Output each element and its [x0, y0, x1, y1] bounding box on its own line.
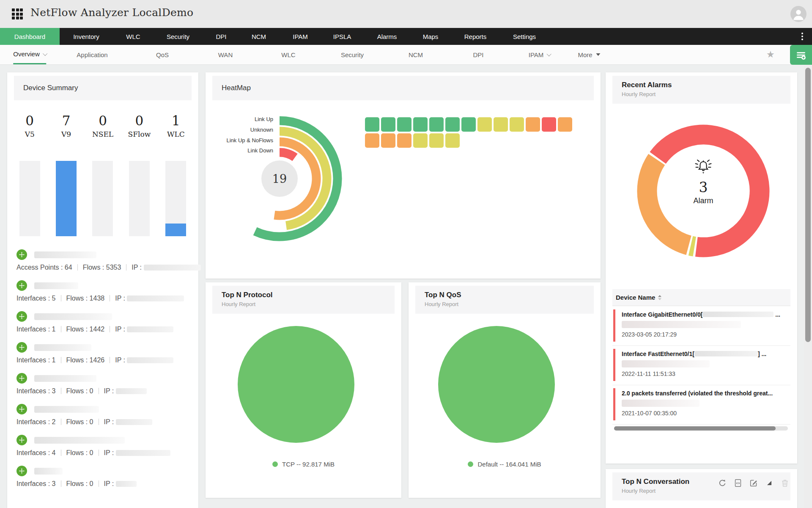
page-scrollbar-thumb[interactable] [805, 68, 811, 342]
nav-tab-security[interactable]: Security [162, 28, 194, 45]
redacted-line [622, 321, 741, 328]
app-launcher-grid-icon[interactable] [12, 8, 23, 19]
alarm-message: 2.0 packets transferred (violated the th… [622, 390, 790, 397]
device-name-sort-header[interactable]: Device Name [612, 289, 790, 306]
nav-tab-dashboard[interactable]: Dashboard [0, 28, 60, 45]
heatmap-cell[interactable] [397, 133, 411, 148]
subnav-item-more[interactable]: More [578, 45, 600, 64]
alarm-row[interactable]: Interface FastEthernet0/1[] ...2022-11-1… [612, 346, 790, 385]
export-icon[interactable] [733, 478, 743, 488]
device-meta: Interfaces : 1Flows : 1442IP : [16, 326, 173, 333]
move-handle-icon[interactable] [16, 373, 27, 384]
user-avatar[interactable] [790, 6, 807, 22]
heatmap-cell[interactable] [413, 117, 428, 132]
heatmap-cell[interactable] [429, 117, 444, 132]
nav-tab-settings[interactable]: Settings [509, 28, 540, 45]
heatmap-cell[interactable] [445, 133, 460, 148]
stat-value: 1 [158, 113, 194, 128]
alarm-timestamp: 2022-11-11 11:51:33 [622, 370, 675, 377]
alarm-row[interactable]: 2.0 packets transferred (violated the th… [612, 385, 790, 425]
device-name-redacted [34, 406, 99, 413]
flow-count: Flows : 1426 [66, 356, 105, 364]
subnav-item-ncm[interactable]: NCM [409, 45, 423, 64]
subnav-item-wan[interactable]: WAN [218, 45, 233, 64]
subnav-item-wlc[interactable]: WLC [281, 45, 295, 64]
heatmap-cell[interactable] [365, 133, 379, 148]
move-handle-icon[interactable] [16, 249, 27, 260]
main-nav: DashboardInventoryWLCSecurityDPINCMIPAMI… [0, 28, 812, 45]
page-scrollbar[interactable] [804, 65, 812, 508]
stat-bar-sflow [129, 161, 150, 236]
subnav-label: More [578, 51, 592, 58]
ip-label: IP : [132, 264, 142, 271]
scrollbar-thumb[interactable] [614, 426, 776, 431]
device-meta: Access Points : 64Flows : 5353IP : [16, 264, 201, 271]
heatmap-cell[interactable] [365, 117, 379, 132]
heatmap-cell[interactable] [542, 117, 556, 132]
nav-tab-ipam[interactable]: IPAM [288, 28, 312, 45]
nav-tab-inventory[interactable]: Inventory [69, 28, 104, 45]
nav-tab-alarms[interactable]: Alarms [373, 28, 401, 45]
device-meta: Interfaces : 1Flows : 1426IP : [16, 356, 173, 364]
delete-icon[interactable] [780, 478, 790, 488]
heatmap-cell[interactable] [397, 117, 411, 132]
heatmap-cell[interactable] [413, 133, 428, 148]
heatmap-cell[interactable] [558, 117, 572, 132]
contrast-icon[interactable] [765, 478, 774, 488]
move-handle-icon[interactable] [16, 466, 27, 476]
interface-count: Interfaces : 4 [16, 449, 56, 456]
alarm-count-label: Alarm [669, 196, 737, 205]
heatmap-cell[interactable] [381, 133, 395, 148]
redacted-line [622, 360, 710, 367]
subnav-item-qos[interactable]: QoS [156, 45, 169, 64]
subnav-item-ipam[interactable]: IPAM [529, 45, 550, 64]
heatmap-cell[interactable] [510, 117, 524, 132]
move-handle-icon[interactable] [16, 404, 27, 414]
device-count-sflow: 0SFlow [121, 113, 157, 146]
nav-tab-wlc[interactable]: WLC [122, 28, 144, 45]
flow-count: Flows : 0 [66, 387, 93, 395]
move-handle-icon[interactable] [16, 280, 27, 291]
heatmap-cell[interactable] [494, 117, 508, 132]
nav-tab-reports[interactable]: Reports [460, 28, 491, 45]
heatmap-cell[interactable] [477, 117, 492, 132]
heatmap-cell[interactable] [461, 117, 476, 132]
alarms-horizontal-scrollbar[interactable] [614, 426, 788, 431]
ip-redacted [144, 265, 201, 271]
ip-label: IP : [104, 418, 114, 425]
edit-icon[interactable] [749, 478, 758, 488]
nav-tab-dpi[interactable]: DPI [211, 28, 230, 45]
nav-tab-maps[interactable]: Maps [419, 28, 443, 45]
stat-bar-v9 [56, 161, 77, 236]
redacted-text [702, 312, 774, 317]
subnav-item-application[interactable]: Application [77, 45, 107, 64]
favorite-star-icon[interactable]: ★ [766, 49, 775, 60]
heatmap-cell[interactable] [429, 133, 444, 148]
heatmap-cell[interactable] [445, 117, 460, 132]
move-handle-icon[interactable] [16, 435, 27, 445]
move-handle-icon[interactable] [16, 311, 27, 322]
move-handle-icon[interactable] [16, 342, 27, 353]
heatmap-cell[interactable] [381, 117, 395, 132]
heatmap-cell[interactable] [526, 117, 540, 132]
sort-icon [658, 295, 662, 301]
subnav-item-overview[interactable]: Overview [13, 45, 46, 64]
device-name-redacted [34, 344, 91, 351]
topbar: NetFlow Analyzer LocalDemo ⚙ [0, 0, 812, 28]
subnav-label: IPAM [529, 51, 544, 58]
alarm-row[interactable]: Interface GigabitEthernet0/0[ ...2023-03… [612, 306, 790, 346]
stat-bar-v5 [19, 161, 40, 236]
subnav-item-security[interactable]: Security [341, 45, 364, 64]
subnav-label: WLC [281, 51, 295, 58]
panel-title: Top N Protocol [222, 291, 395, 299]
refresh-icon[interactable] [718, 478, 727, 488]
add-dashboard-button[interactable] [790, 45, 812, 65]
nav-tab-ncm[interactable]: NCM [247, 28, 270, 45]
top-n-qos-header: Top N QoS Hourly Report [415, 286, 594, 314]
subnav-item-dpi[interactable]: DPI [473, 45, 483, 64]
nav-kebab-menu-icon[interactable] [798, 31, 806, 41]
top-n-protocol-panel: Top N Protocol Hourly Report TCP -- 92.8… [206, 282, 401, 498]
stat-label: SFlow [121, 130, 157, 138]
nav-tab-ipsla[interactable]: IPSLA [329, 28, 356, 45]
ip-redacted [116, 450, 170, 456]
